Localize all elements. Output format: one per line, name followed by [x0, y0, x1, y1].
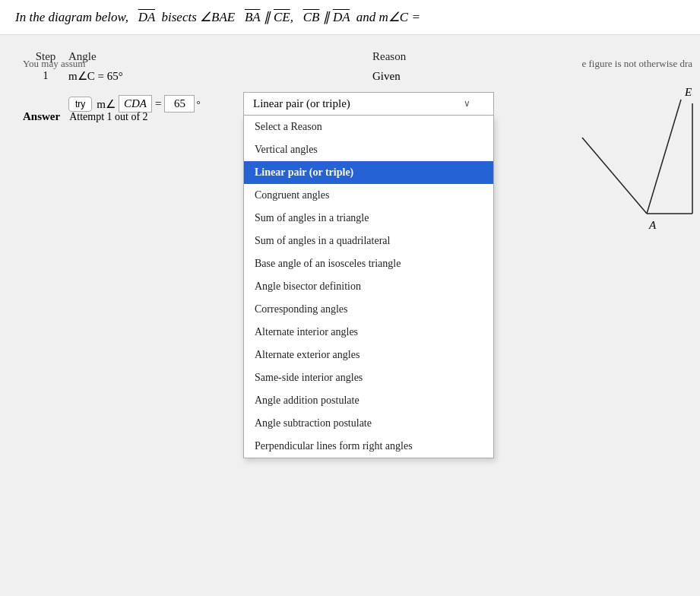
dropdown-item-corresponding[interactable]: Corresponding angles [244, 298, 493, 321]
header-text: In the diagram below, DA bisects ∠BAE BA… [15, 10, 420, 24]
angle-m-label: m∠ [97, 97, 116, 111]
main-content: Step Angle Reason 1 m∠C = 65° Given try … [0, 35, 700, 146]
footer-note-left: You may assum [23, 58, 85, 70]
dropdown-selected-label: Linear pair (or triple) [253, 97, 350, 110]
dropdown-menu: Select a ReasonVertical anglesLinear pai… [243, 116, 494, 458]
equals-sign: = [155, 97, 161, 110]
dropdown-item-alt-exterior[interactable]: Alternate exterior angles [244, 344, 493, 366]
chevron-down-icon: ∨ [464, 98, 470, 109]
problem-header: In the diagram below, DA bisects ∠BAE BA… [0, 0, 700, 35]
angle-name-value: CDA [124, 97, 147, 109]
angle-value-input[interactable]: 65 [164, 95, 195, 113]
dropdown-item-select-reason[interactable]: Select a Reason [244, 116, 493, 138]
footer-note-right: e figure is not otherwise dra [582, 58, 692, 70]
dropdown-item-alt-interior[interactable]: Alternate interior angles [244, 321, 493, 344]
answer-label: Answer [23, 110, 60, 122]
dropdown-item-angle-addition[interactable]: Angle addition postulate [244, 389, 493, 412]
dropdown-item-linear-pair[interactable]: Linear pair (or triple) [244, 161, 493, 184]
step-1-reason: Given [372, 70, 401, 83]
reason-dropdown[interactable]: Linear pair (or triple) ∨ [243, 92, 494, 116]
dropdown-item-sum-triangle[interactable]: Sum of angles in a triangle [244, 207, 493, 230]
svg-line-0 [647, 100, 681, 214]
dropdown-item-vertical-angles[interactable]: Vertical angles [244, 138, 493, 161]
svg-line-1 [582, 138, 647, 214]
step-1-angle: m∠C = 65° [68, 69, 220, 83]
step-1-angle-text: m∠C = 65° [68, 70, 123, 82]
diagram-label-a: A [648, 219, 657, 231]
dropdown-item-congruent-angles[interactable]: Congruent angles [244, 184, 493, 207]
dropdown-item-angle-subtraction[interactable]: Angle subtraction postulate [244, 412, 493, 435]
answer-section: Answer Attempt 1 out of 2 [23, 109, 148, 123]
dropdown-item-sum-quad[interactable]: Sum of angles in a quadrilateral [244, 230, 493, 252]
dropdown-item-same-side[interactable]: Same-side interior angles [244, 366, 493, 389]
dropdown-item-base-angle[interactable]: Base angle of an isosceles triangle [244, 252, 493, 275]
degree-sign: ° [196, 98, 200, 110]
step-1-number: 1 [23, 70, 68, 82]
angle-value: 65 [174, 97, 185, 109]
dropdown-item-angle-bisector[interactable]: Angle bisector definition [244, 275, 493, 298]
attempt-text: Attempt 1 out of 2 [69, 111, 147, 122]
footer-notes: You may assum e figure is not otherwise … [23, 58, 692, 70]
diagram-label-e: E [684, 86, 692, 98]
geometry-diagram: E A [529, 81, 696, 278]
dropdown-item-perpendicular[interactable]: Perpendicular lines form right angles [244, 435, 493, 458]
reason-dropdown-container: Linear pair (or triple) ∨ Select a Reaso… [243, 92, 494, 116]
